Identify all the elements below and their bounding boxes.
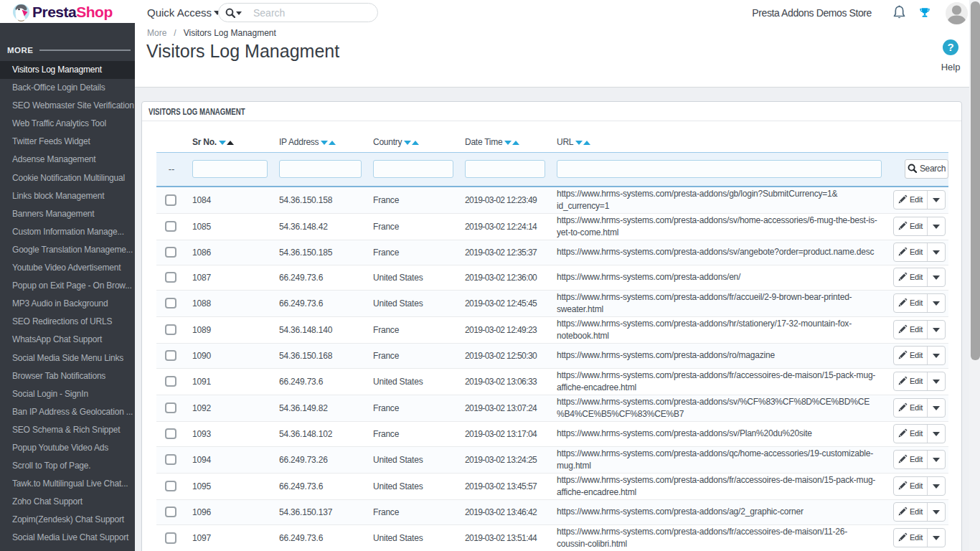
svg-text:PrestaShop: PrestaShop bbox=[32, 4, 113, 20]
